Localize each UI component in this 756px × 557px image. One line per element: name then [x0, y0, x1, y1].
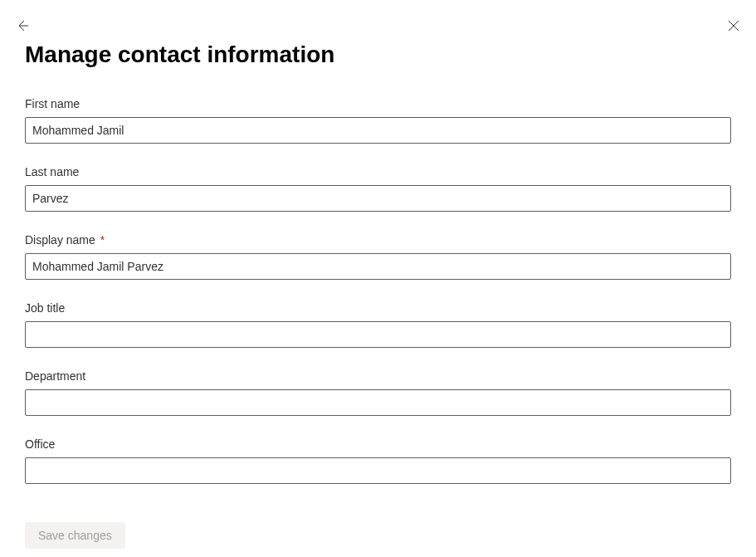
back-button[interactable] [12, 17, 32, 37]
office-label: Office [25, 437, 731, 451]
last-name-input[interactable] [25, 185, 731, 212]
back-arrow-icon [16, 19, 29, 35]
first-name-label: First name [25, 97, 731, 110]
page-title: Manage contact information [25, 42, 731, 68]
job-title-input[interactable] [25, 321, 731, 348]
required-asterisk-icon: * [100, 233, 105, 247]
last-name-label: Last name [25, 165, 731, 178]
office-input[interactable] [25, 457, 731, 484]
close-icon [727, 19, 740, 35]
display-name-input[interactable] [25, 253, 731, 280]
display-name-label-text: Display name [25, 233, 95, 247]
job-title-label: Job title [25, 301, 731, 315]
save-changes-button[interactable]: Save changes [25, 522, 125, 549]
display-name-label: Display name * [25, 233, 731, 247]
close-button[interactable] [724, 17, 744, 37]
department-input[interactable] [25, 389, 731, 416]
first-name-input[interactable] [25, 117, 731, 144]
department-label: Department [25, 369, 731, 383]
